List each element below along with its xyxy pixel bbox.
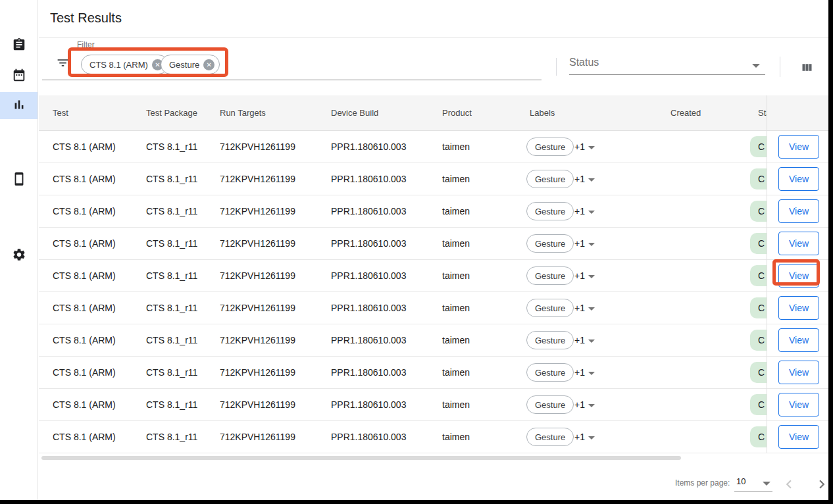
cell-run-targets: 712KPVH1261199 [220, 195, 295, 227]
status-chip: C [750, 362, 767, 383]
more-labels-expander[interactable]: +1 [574, 421, 595, 453]
cell-device-build: PPR1.180610.003 [331, 163, 406, 195]
column-header-created[interactable]: Created [670, 95, 701, 130]
table-row: CTS 8.1 (ARM) CTS 8.1_r11 712KPVH1261199… [39, 163, 828, 195]
more-labels-expander[interactable]: +1 [574, 163, 595, 195]
chevron-down-icon [588, 340, 595, 343]
cell-product: taimen [442, 421, 470, 453]
cell-test-package: CTS 8.1_r11 [146, 228, 197, 259]
status-chip: C [750, 297, 767, 318]
cell-run-targets: 712KPVH1261199 [220, 292, 295, 324]
view-button[interactable]: View [778, 296, 819, 320]
toolbar-divider [556, 58, 557, 76]
view-button[interactable]: View [778, 425, 819, 449]
horizontal-scrollbar-thumb[interactable] [41, 456, 681, 460]
sidebar-item-devices[interactable] [0, 166, 38, 193]
cell-test: CTS 8.1 (ARM) [53, 292, 116, 324]
label-chip[interactable]: Gesture [526, 363, 574, 382]
view-button[interactable]: View [778, 167, 819, 191]
filter-chip[interactable]: CTS 8.1 (ARM) ✕ [81, 55, 168, 74]
chevron-down-icon [588, 275, 595, 278]
column-header-device-build[interactable]: Device Build [331, 95, 378, 130]
gear-icon [12, 247, 26, 265]
view-button[interactable]: View [778, 232, 819, 255]
next-page-button[interactable] [813, 476, 828, 493]
status-chip: C [750, 233, 767, 254]
label-chip[interactable]: Gesture [526, 138, 574, 156]
table-row: CTS 8.1 (ARM) CTS 8.1_r11 712KPVH1261199… [39, 260, 828, 292]
cell-device-build: PPR1.180610.003 [331, 260, 406, 291]
label-chip[interactable]: Gesture [526, 299, 574, 317]
items-per-page-select[interactable]: 10 [734, 475, 772, 492]
cell-device-build: PPR1.180610.003 [331, 292, 406, 324]
sidebar-item-schedule[interactable] [0, 63, 38, 89]
cell-product: taimen [442, 260, 470, 291]
chevron-right-icon [813, 485, 828, 495]
more-labels-expander[interactable]: +1 [574, 357, 595, 388]
sidebar-item-test-results[interactable] [0, 92, 38, 119]
cell-product: taimen [442, 324, 470, 356]
label-chip[interactable]: Gesture [526, 234, 574, 253]
more-labels-count: +1 [574, 270, 585, 281]
more-labels-expander[interactable]: +1 [574, 228, 595, 259]
more-labels-expander[interactable]: +1 [574, 195, 595, 227]
cell-device-build: PPR1.180610.003 [331, 131, 406, 163]
column-header-test-package[interactable]: Test Package [146, 95, 197, 130]
cell-run-targets: 712KPVH1261199 [220, 421, 295, 453]
cell-test-package: CTS 8.1_r11 [146, 131, 197, 163]
column-header-labels[interactable]: Labels [530, 95, 555, 130]
cell-test: CTS 8.1 (ARM) [53, 389, 116, 420]
cell-run-targets: 712KPVH1261199 [220, 260, 295, 291]
filter-input-underline[interactable] [42, 80, 542, 80]
arrow-drop-down-icon [763, 482, 770, 486]
arrow-drop-down-icon [752, 64, 760, 68]
previous-page-button[interactable] [780, 476, 797, 493]
table-row-clip: CTS 8.1 (ARM) CTS 8.1_r11 712KPVH1261199… [39, 292, 767, 324]
table-row: CTS 8.1 (ARM) CTS 8.1_r11 712KPVH1261199… [39, 324, 828, 357]
label-chip[interactable]: Gesture [526, 395, 574, 414]
table-row-clip: CTS 8.1 (ARM) CTS 8.1_r11 712KPVH1261199… [39, 324, 767, 356]
table-row-clip: CTS 8.1 (ARM) CTS 8.1_r11 712KPVH1261199… [39, 131, 767, 163]
view-button[interactable]: View [778, 393, 819, 416]
label-chip[interactable]: Gesture [526, 266, 574, 285]
table-row-clip: CTS 8.1 (ARM) CTS 8.1_r11 712KPVH1261199… [39, 195, 767, 227]
chevron-down-icon [588, 372, 595, 375]
label-chip[interactable]: Gesture [526, 202, 574, 220]
status-dropdown[interactable]: Status [569, 57, 765, 74]
label-chip[interactable]: Gesture [526, 428, 574, 446]
more-labels-expander[interactable]: +1 [574, 260, 595, 291]
column-header-test[interactable]: Test [53, 95, 68, 130]
more-labels-expander[interactable]: +1 [574, 324, 595, 356]
app-window: Test Results Filter CTS 8.1 (ARM) ✕ Gest… [0, 0, 828, 500]
bar-chart-icon [12, 97, 26, 114]
filter-list-icon[interactable] [56, 56, 70, 70]
view-button[interactable]: View [778, 264, 819, 288]
view-columns-icon[interactable] [800, 61, 814, 74]
cell-product: taimen [442, 292, 470, 324]
view-button[interactable]: View [778, 135, 819, 159]
cell-product: taimen [442, 228, 470, 259]
more-labels-count: +1 [574, 238, 585, 249]
table-header: Test Test Package Run Targets Device Bui… [39, 95, 828, 131]
cancel-icon[interactable]: ✕ [203, 59, 215, 70]
cell-device-build: PPR1.180610.003 [331, 324, 406, 356]
column-header-status[interactable]: Status [758, 95, 767, 130]
status-chip: C [750, 330, 767, 351]
view-button[interactable]: View [778, 199, 819, 223]
view-button[interactable]: View [778, 328, 819, 352]
more-labels-expander[interactable]: +1 [574, 389, 595, 420]
label-chip[interactable]: Gesture [526, 331, 574, 349]
more-labels-count: +1 [574, 174, 585, 184]
column-header-product[interactable]: Product [442, 95, 472, 130]
sidebar-item-settings[interactable] [0, 242, 38, 269]
column-header-run-targets[interactable]: Run Targets [220, 95, 266, 130]
view-button[interactable]: View [778, 361, 819, 384]
more-labels-expander[interactable]: +1 [574, 292, 595, 324]
more-labels-expander[interactable]: +1 [574, 131, 595, 163]
table-header-clip: Test Test Package Run Targets Device Bui… [39, 95, 767, 130]
sidebar [0, 0, 38, 500]
filter-chip[interactable]: Gesture ✕ [161, 55, 220, 74]
label-chip[interactable]: Gesture [526, 170, 574, 188]
table-row-clip: CTS 8.1 (ARM) CTS 8.1_r11 712KPVH1261199… [39, 228, 767, 259]
sidebar-item-test-plans[interactable] [0, 32, 38, 59]
